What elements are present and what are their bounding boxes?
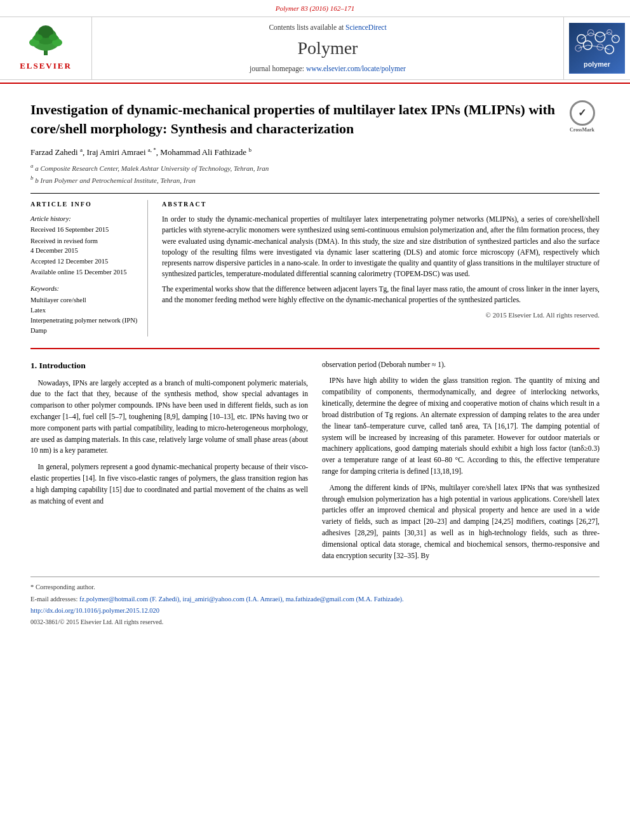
journal-logo-row: ELSEVIER Contents lists available at Sci… [0,17,630,80]
authors-text: Farzad Zahedi a, Iraj Amiri Amraei a, *,… [30,147,251,157]
email-addresses: E-mail addresses: fz.polymer@hotmail.com… [30,594,600,604]
article-title-text: Investigation of dynamic-mechanical prop… [30,102,555,137]
issn-line: 0032-3861/© 2015 Elsevier Ltd. All right… [30,618,600,627]
email-list[interactable]: fz.polymer@hotmail.com (F. Zahedi), iraj… [79,596,404,603]
elsevier-logo-box: ELSEVIER [0,17,92,79]
sciencedirect-line: Contents lists available at ScienceDirec… [269,22,386,33]
sciencedirect-prefix: Contents lists available at [269,23,344,31]
received-revised-date: Received in revised form 4 December 2015 [30,236,138,255]
body-para-5: Among the different kinds of IPNs, multi… [322,483,600,562]
svg-text:polymer: polymer [584,60,611,68]
page: Polymer 83 (2016) 162–171 ELS [0,0,630,640]
affiliation-b: b b Iran Polymer and Petrochemical Insti… [30,174,600,185]
journal-header: Polymer 83 (2016) 162–171 ELS [0,0,630,84]
available-date: Available online 15 December 2015 [30,267,138,277]
homepage-url[interactable]: www.elsevier.com/locate/polymer [306,65,406,72]
svg-point-7 [49,34,58,41]
journal-homepage-line: journal homepage: www.elsevier.com/locat… [250,63,406,74]
body-col-right: observation period (Deborah number ≈ 1).… [322,359,600,567]
doi-line: http://dx.doi.org/10.1016/j.polymer.2015… [30,606,600,615]
journal-center: Contents lists available at ScienceDirec… [92,17,563,79]
article-info-col: Article Info Article history: Received 1… [30,200,148,337]
keyword-2: Latex [30,305,138,315]
polymer-logo-image: polymer [569,23,625,74]
journal-ref-bar: Polymer 83 (2016) 162–171 [0,0,630,17]
abstract-col: Abstract In order to study the dynamic-m… [162,200,600,337]
svg-point-6 [34,34,43,41]
main-content: Investigation of dynamic-mechanical prop… [0,84,630,640]
sciencedirect-link[interactable]: ScienceDirect [345,23,387,31]
corresponding-author: * Corresponding author. [30,582,600,592]
footnote-area: * Corresponding author. E-mail addresses… [30,577,600,627]
body-para-4: IPNs have high ability to widen the glas… [322,375,600,477]
article-info-abstract-row: Article Info Article history: Received 1… [30,193,600,337]
polymer-logo-box: polymer [563,17,630,79]
keyword-1: Multilayer core/shell [30,295,138,305]
article-title: Investigation of dynamic-mechanical prop… [30,100,600,138]
keyword-4: Damp [30,326,138,335]
received-date: Received 16 September 2015 [30,225,138,234]
section1-title: 1. Introduction [30,359,308,373]
article-info-heading: Article Info [30,200,138,210]
body-col-left: 1. Introduction Nowadays, IPNs are large… [30,359,308,567]
keywords-label: Keywords: [30,284,138,293]
body-para-3: observation period (Deborah number ≈ 1). [322,359,600,371]
body-para-1: Nowadays, IPNs are largely accepted as a… [30,378,308,457]
copyright-line: © 2015 Elsevier Ltd. All rights reserved… [162,310,600,321]
polymer-logo-svg: polymer [569,23,625,74]
elsevier-tree-icon [20,23,71,58]
email-label: E-mail addresses: [30,596,77,603]
body-para-2: In general, polymers represent a good dy… [30,462,308,507]
abstract-paragraph1: In order to study the dynamic-mechanical… [162,214,600,305]
accepted-date: Accepted 12 December 2015 [30,257,138,266]
keyword-3: Interpenetrating polymer network (IPN) [30,316,138,325]
affiliation-a: a a Composite Research Center, Malek Ash… [30,162,600,173]
section-divider [30,348,600,349]
journal-title: Polymer [298,36,358,62]
doi-link[interactable]: http://dx.doi.org/10.1016/j.polymer.2015… [30,607,159,614]
elsevier-label: ELSEVIER [20,60,72,72]
affiliation-block: a a Composite Research Center, Malek Ash… [30,162,600,185]
crossmark-label: CrossMark [565,127,600,134]
crossmark-badge: ✓ CrossMark [565,100,600,134]
body-two-col: 1. Introduction Nowadays, IPNs are large… [30,359,600,567]
crossmark-icon: ✓ [570,100,595,126]
homepage-prefix: journal homepage: [250,65,304,72]
abstract-heading: Abstract [162,200,600,210]
history-label: Article history: [30,214,138,223]
authors-line: Farzad Zahedi a, Iraj Amiri Amraei a, *,… [30,145,600,158]
journal-ref-text: Polymer 83 (2016) 162–171 [276,4,354,12]
